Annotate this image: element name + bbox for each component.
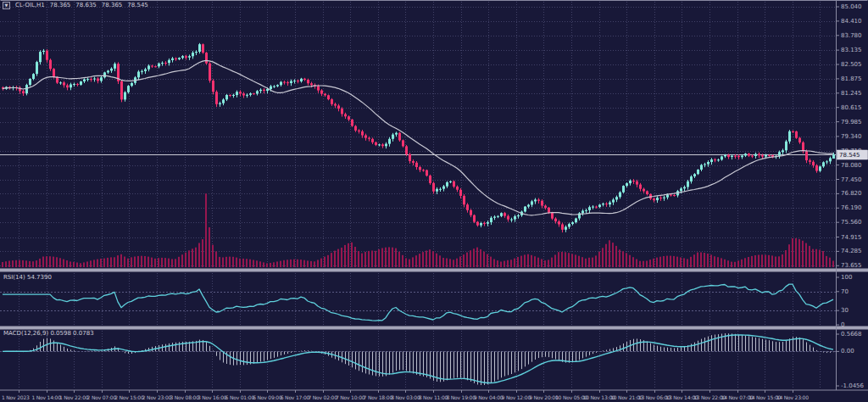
svg-text:0.5668: 0.5668 — [841, 331, 862, 338]
svg-text:9 Nov 20:00: 9 Nov 20:00 — [529, 394, 559, 400]
svg-text:78.545: 78.545 — [839, 152, 860, 159]
svg-text:0.00: 0.00 — [841, 348, 854, 355]
svg-text:2 Nov 07:00: 2 Nov 07:00 — [87, 394, 117, 400]
svg-text:7 Nov 18:00: 7 Nov 18:00 — [364, 394, 393, 400]
svg-text:9 Nov 12:00: 9 Nov 12:00 — [502, 394, 531, 400]
svg-text:77.450: 77.450 — [841, 176, 862, 183]
svg-text:83.780: 83.780 — [841, 32, 862, 39]
svg-text:74.915: 74.915 — [841, 234, 862, 241]
svg-text:0: 0 — [841, 321, 844, 328]
svg-text:3 Nov 08:00: 3 Nov 08:00 — [170, 394, 199, 400]
svg-text:85.040: 85.040 — [841, 3, 862, 10]
svg-text:73.655: 73.655 — [841, 262, 862, 269]
svg-text:7 Nov 10:00: 7 Nov 10:00 — [336, 394, 365, 400]
svg-text:74.285: 74.285 — [841, 248, 862, 254]
svg-text:70: 70 — [841, 288, 849, 295]
high-value: 78.635 — [75, 2, 97, 9]
svg-text:7 Nov 02:00: 7 Nov 02:00 — [308, 394, 337, 400]
svg-text:1 Nov 2023: 1 Nov 2023 — [2, 394, 30, 400]
svg-text:75.560: 75.560 — [841, 219, 862, 226]
svg-text:6 Nov 09:00: 6 Nov 09:00 — [253, 394, 282, 400]
svg-text:81.245: 81.245 — [841, 90, 862, 97]
svg-text:79.340: 79.340 — [841, 133, 862, 140]
ohlc-header: ▼ CL-OIL,H1 78.365 78.635 78.365 78.545 — [3, 2, 148, 9]
svg-text:8 Nov 19:00: 8 Nov 19:00 — [446, 394, 476, 400]
svg-text:81.875: 81.875 — [841, 75, 862, 82]
svg-text:82.505: 82.505 — [841, 61, 862, 68]
svg-text:9 Nov 04:00: 9 Nov 04:00 — [474, 394, 504, 400]
svg-text:83.135: 83.135 — [841, 47, 862, 53]
svg-text:8 Nov 03:00: 8 Nov 03:00 — [391, 394, 420, 400]
open-value: 78.365 — [50, 2, 71, 9]
svg-text:6 Nov 01:00: 6 Nov 01:00 — [225, 394, 255, 400]
svg-text:84.410: 84.410 — [841, 18, 862, 25]
svg-text:2 Nov 15:00: 2 Nov 15:00 — [114, 394, 144, 400]
svg-text:3 Nov 16:00: 3 Nov 16:00 — [198, 394, 227, 400]
svg-text:2 Nov 23:00: 2 Nov 23:00 — [142, 394, 172, 400]
svg-text:14 Nov 23:00: 14 Nov 23:00 — [776, 394, 809, 400]
svg-text:6 Nov 17:00: 6 Nov 17:00 — [281, 394, 310, 400]
svg-text:100: 100 — [841, 274, 852, 281]
svg-text:30: 30 — [841, 307, 849, 314]
rsi-indicator-label: RSI(14) 54.7390 — [3, 274, 52, 281]
svg-text:76.820: 76.820 — [841, 190, 862, 197]
chart-dropdown-icon[interactable]: ▼ — [3, 2, 10, 9]
svg-text:78.080: 78.080 — [841, 162, 862, 169]
svg-text:8 Nov 11:00: 8 Nov 11:00 — [419, 394, 448, 400]
close-value: 78.545 — [127, 2, 148, 9]
svg-text:1 Nov 14:00: 1 Nov 14:00 — [31, 394, 61, 400]
symbol-timeframe-label: CL-OIL,H1 — [15, 2, 45, 9]
svg-text:80.615: 80.615 — [841, 104, 862, 111]
macd-indicator-label: MACD(12,26,9) 0.0598 0.0783 — [3, 330, 94, 337]
svg-text:76.190: 76.190 — [841, 204, 862, 211]
current-price-tag: 78.545 — [837, 150, 868, 159]
svg-text:-1.0456: -1.0456 — [841, 382, 865, 389]
low-value: 78.365 — [102, 2, 123, 9]
trading-chart-window: 85.04084.41083.78083.13582.50581.87581.2… — [0, 0, 868, 402]
svg-text:79.985: 79.985 — [841, 119, 862, 126]
svg-text:1 Nov 22:00: 1 Nov 22:00 — [59, 394, 89, 400]
chart-canvas[interactable]: 85.04084.41083.78083.13582.50581.87581.2… — [0, 0, 868, 402]
